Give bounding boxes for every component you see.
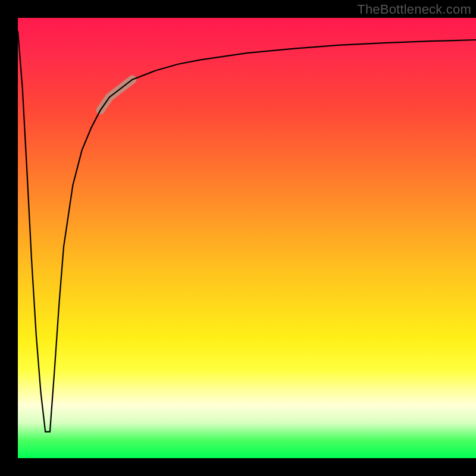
chart-background-gradient [18, 18, 476, 458]
attribution-text: TheBottleneck.com [357, 2, 471, 17]
